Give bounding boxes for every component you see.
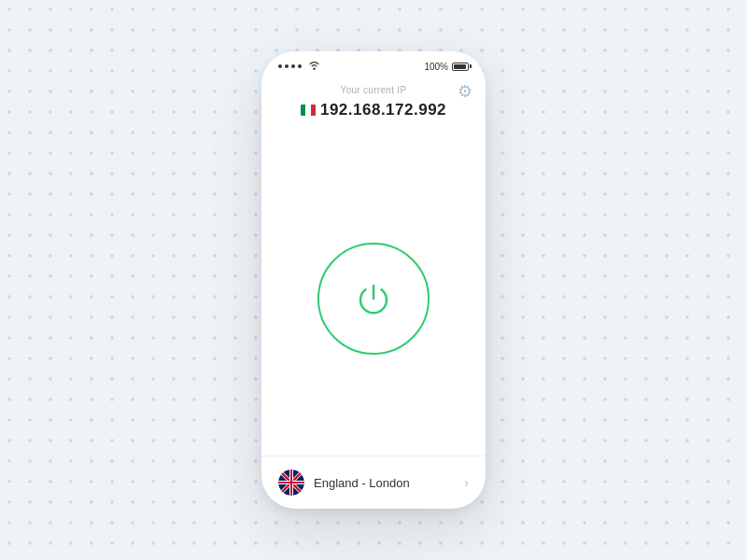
signal-dot-4 <box>298 64 302 68</box>
server-selector[interactable]: England - London › <box>261 455 486 509</box>
battery-icon <box>452 63 469 71</box>
phone-content: Your current IP 192.168.172.992 <box>261 76 486 455</box>
italy-flag-icon <box>301 105 316 116</box>
power-button[interactable] <box>317 243 430 355</box>
signal-dot-3 <box>291 64 295 68</box>
ip-row: 192.168.172.992 <box>301 101 446 119</box>
ip-label: Your current IP <box>301 85 446 95</box>
ip-address-value: 192.168.172.992 <box>320 101 446 119</box>
wifi-icon <box>308 61 320 72</box>
ip-section: Your current IP 192.168.172.992 <box>301 85 446 119</box>
phone-frame: 100% ⚙ Your current IP 192.168.172.992 <box>261 51 486 509</box>
settings-button[interactable]: ⚙ <box>458 81 472 102</box>
status-bar: 100% <box>261 51 486 76</box>
battery-percent: 100% <box>424 62 448 72</box>
power-icon <box>353 278 394 319</box>
chevron-right-icon: › <box>464 475 469 490</box>
svg-rect-8 <box>278 482 304 483</box>
battery-area: 100% <box>424 62 469 72</box>
power-ring-container <box>317 142 430 455</box>
signal-dot-1 <box>278 64 282 68</box>
server-info: England - London <box>278 469 410 496</box>
signal-area <box>278 61 320 72</box>
signal-dot-2 <box>285 64 289 68</box>
server-name: England - London <box>314 476 410 490</box>
uk-flag-icon <box>278 469 304 496</box>
